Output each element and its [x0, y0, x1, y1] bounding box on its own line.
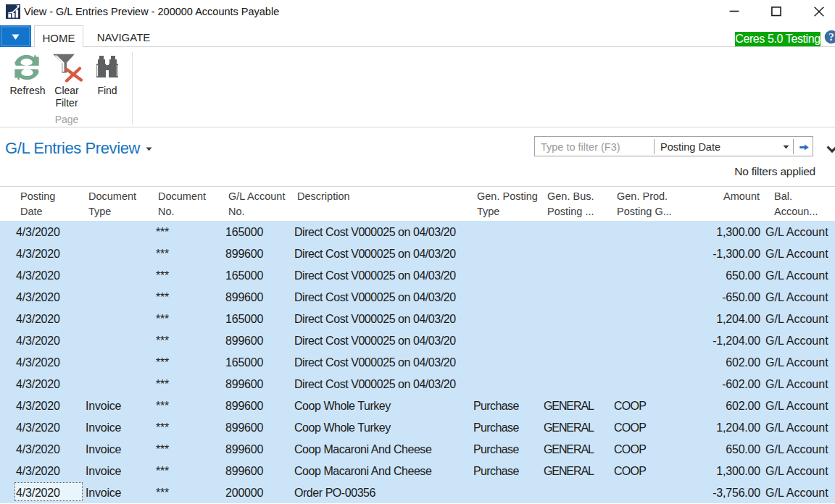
svg-text:?: ?: [828, 31, 834, 43]
